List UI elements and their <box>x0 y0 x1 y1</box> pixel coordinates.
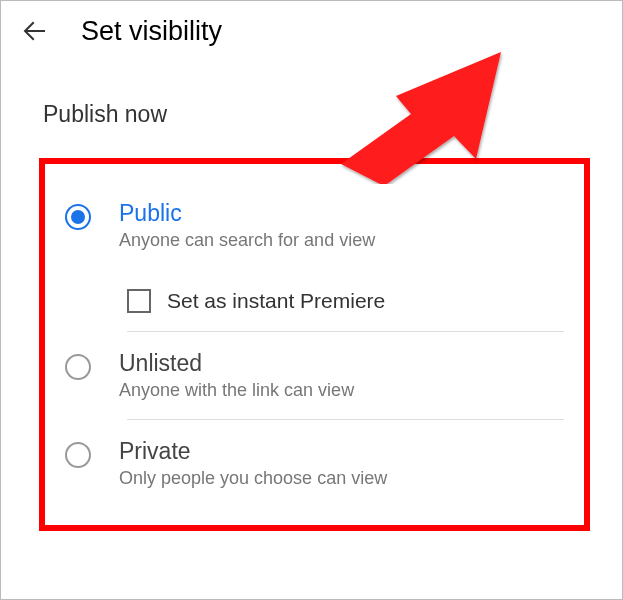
option-public[interactable]: Public Anyone can search for and view <box>55 182 574 269</box>
premiere-checkbox[interactable] <box>127 289 151 313</box>
option-text: Private Only people you choose can view <box>119 438 564 489</box>
section-label: Publish now <box>1 61 622 138</box>
option-private[interactable]: Private Only people you choose can view <box>55 420 574 507</box>
radio-unlisted[interactable] <box>65 354 91 380</box>
radio-private[interactable] <box>65 442 91 468</box>
option-title: Unlisted <box>119 350 564 377</box>
option-desc: Anyone with the link can view <box>119 380 564 401</box>
page-title: Set visibility <box>81 16 222 47</box>
option-text: Public Anyone can search for and view <box>119 200 564 251</box>
option-desc: Anyone can search for and view <box>119 230 564 251</box>
radio-public[interactable] <box>65 204 91 230</box>
option-desc: Only people you choose can view <box>119 468 564 489</box>
premiere-label: Set as instant Premiere <box>167 289 385 313</box>
visibility-options-highlighted: Public Anyone can search for and view Se… <box>39 158 590 531</box>
back-arrow-icon[interactable] <box>17 13 53 49</box>
option-unlisted[interactable]: Unlisted Anyone with the link can view <box>55 332 574 419</box>
header: Set visibility <box>1 1 622 61</box>
premiere-row[interactable]: Set as instant Premiere <box>55 269 574 331</box>
option-title: Public <box>119 200 564 227</box>
option-text: Unlisted Anyone with the link can view <box>119 350 564 401</box>
option-title: Private <box>119 438 564 465</box>
